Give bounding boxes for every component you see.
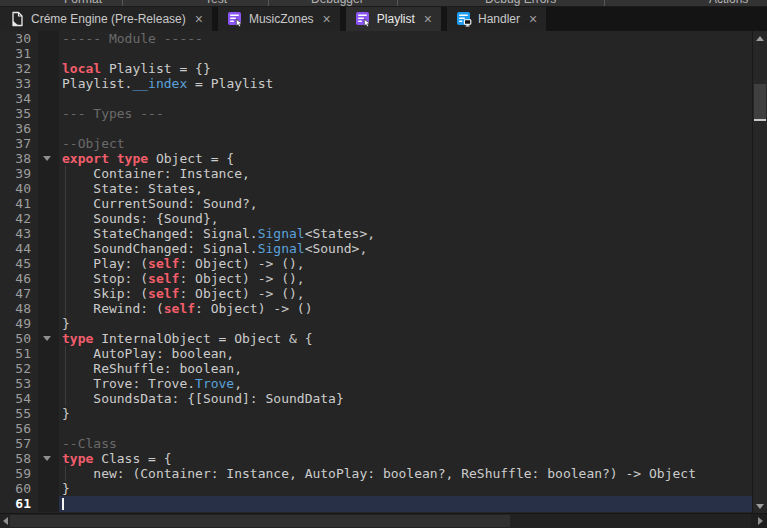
line-number[interactable]: 49 xyxy=(0,316,38,331)
scroll-up-button[interactable] xyxy=(753,31,767,45)
code-line-text[interactable]: type Class = { xyxy=(59,451,752,466)
tab-handler-script[interactable]: Handler × xyxy=(447,7,546,31)
tab-creme-engine-place[interactable]: Créme Engine (Pre-Release) × xyxy=(0,7,212,31)
code-line-text[interactable]: Sounds: {Sound}, xyxy=(59,211,752,226)
line-number[interactable]: 59 xyxy=(0,466,38,481)
line-number[interactable]: 34 xyxy=(0,91,38,106)
line-number[interactable]: 44 xyxy=(0,241,38,256)
tab-musiczones-script[interactable]: MusicZones × xyxy=(218,7,340,31)
line-number[interactable]: 42 xyxy=(0,211,38,226)
code-line-text[interactable]: State: States, xyxy=(59,181,752,196)
line-number[interactable]: 33 xyxy=(0,76,38,91)
vertical-scrollbar[interactable] xyxy=(752,31,767,513)
code-line-text[interactable]: Container: Instance, xyxy=(59,166,752,181)
code-line-text[interactable]: Trove: Trove.Trove, xyxy=(59,376,752,391)
code-line-text[interactable]: new: (Container: Instance, AutoPlay: boo… xyxy=(59,466,752,481)
line-number[interactable]: 45 xyxy=(0,256,38,271)
line-number[interactable]: 35 xyxy=(0,106,38,121)
code-line-text[interactable]: type InternalObject = Object & { xyxy=(59,331,752,346)
line-number[interactable]: 58 xyxy=(0,451,38,466)
fold-margin xyxy=(38,76,59,91)
line-number[interactable]: 39 xyxy=(0,166,38,181)
code-line-text[interactable] xyxy=(59,496,752,511)
code-line-text[interactable]: --Object xyxy=(59,136,752,151)
close-icon[interactable]: × xyxy=(195,13,203,25)
code-line-text[interactable]: SoundsData: {[Sound]: SoundData} xyxy=(59,391,752,406)
code-line-text[interactable]: Stop: (self: Object) -> (), xyxy=(59,271,752,286)
code-line-text[interactable]: } xyxy=(59,406,752,421)
editor-line: 32local Playlist = {} xyxy=(0,61,752,76)
fold-margin xyxy=(38,256,59,271)
code-line-text[interactable]: local Playlist = {} xyxy=(59,61,752,76)
close-icon[interactable]: × xyxy=(323,13,331,25)
ribbon-group-actions[interactable]: Actions xyxy=(709,0,748,7)
ribbon-group-debug-errors[interactable]: Debug Errors xyxy=(485,0,556,7)
code-line-text[interactable]: Playlist.__index = Playlist xyxy=(59,76,752,91)
code-line-text[interactable] xyxy=(59,121,752,136)
code-line-text[interactable]: CurrentSound: Sound?, xyxy=(59,196,752,211)
line-number[interactable]: 52 xyxy=(0,361,38,376)
arrow-down-icon xyxy=(756,504,764,509)
line-number[interactable]: 54 xyxy=(0,391,38,406)
fold-collapse-icon[interactable] xyxy=(43,156,51,161)
line-number[interactable]: 41 xyxy=(0,196,38,211)
line-number[interactable]: 51 xyxy=(0,346,38,361)
code-line-text[interactable] xyxy=(59,46,752,61)
ribbon-group-test[interactable]: Test xyxy=(205,0,227,7)
line-number[interactable]: 48 xyxy=(0,301,38,316)
code-line-text[interactable]: Play: (self: Object) -> (), xyxy=(59,256,752,271)
ribbon-group-debugger[interactable]: Debugger xyxy=(311,0,364,7)
code-line-text[interactable]: ----- Module ----- xyxy=(59,31,752,46)
fold-margin xyxy=(38,271,59,286)
editor-line: 53 Trove: Trove.Trove, xyxy=(0,376,752,391)
code-line-text[interactable]: ReShuffle: boolean, xyxy=(59,361,752,376)
code-line-text[interactable]: --- Types --- xyxy=(59,106,752,121)
fold-collapse-icon[interactable] xyxy=(43,336,51,341)
scroll-right-button[interactable] xyxy=(755,514,765,528)
ribbon-group-format[interactable]: Format xyxy=(64,0,102,7)
code-line-text[interactable]: StateChanged: Signal.Signal<States>, xyxy=(59,226,752,241)
fold-margin xyxy=(38,151,59,166)
line-number[interactable]: 31 xyxy=(0,46,38,61)
code-line-text[interactable]: AutoPlay: boolean, xyxy=(59,346,752,361)
code-line-text[interactable] xyxy=(59,421,752,436)
line-number[interactable]: 38 xyxy=(0,151,38,166)
line-number[interactable]: 46 xyxy=(0,271,38,286)
vertical-scrollbar-thumb[interactable] xyxy=(754,84,766,121)
tab-playlist-script[interactable]: Playlist × xyxy=(346,7,441,31)
horizontal-scrollbar-thumb[interactable] xyxy=(10,515,510,527)
editor-line: 42 Sounds: {Sound}, xyxy=(0,211,752,226)
line-number[interactable]: 60 xyxy=(0,481,38,496)
line-number[interactable]: 56 xyxy=(0,421,38,436)
close-icon[interactable]: × xyxy=(529,13,537,25)
code-line-text[interactable]: export type Object = { xyxy=(59,151,752,166)
code-line-text[interactable]: --Class xyxy=(59,436,752,451)
line-number[interactable]: 30 xyxy=(0,31,38,46)
horizontal-scrollbar[interactable] xyxy=(0,513,767,528)
line-number[interactable]: 55 xyxy=(0,406,38,421)
fold-margin xyxy=(38,241,59,256)
line-number[interactable]: 37 xyxy=(0,136,38,151)
code-line-text[interactable]: } xyxy=(59,316,752,331)
code-line-text[interactable]: Skip: (self: Object) -> (), xyxy=(59,286,752,301)
line-number[interactable]: 40 xyxy=(0,181,38,196)
scroll-down-button[interactable] xyxy=(753,499,767,513)
fold-collapse-icon[interactable] xyxy=(43,456,51,461)
editor-line: 55} xyxy=(0,406,752,421)
code-line-text[interactable]: } xyxy=(59,481,752,496)
line-number[interactable]: 36 xyxy=(0,121,38,136)
line-number[interactable]: 47 xyxy=(0,286,38,301)
fold-margin xyxy=(38,181,59,196)
close-icon[interactable]: × xyxy=(424,13,432,25)
line-number[interactable]: 50 xyxy=(0,331,38,346)
fold-margin xyxy=(38,196,59,211)
code-line-text[interactable]: Rewind: (self: Object) -> () xyxy=(59,301,752,316)
code-line-text[interactable] xyxy=(59,91,752,106)
line-number[interactable]: 61 xyxy=(0,496,38,511)
line-number[interactable]: 57 xyxy=(0,436,38,451)
line-number[interactable]: 53 xyxy=(0,376,38,391)
line-number[interactable]: 32 xyxy=(0,61,38,76)
scroll-left-button[interactable] xyxy=(0,514,10,528)
code-line-text[interactable]: SoundChanged: Signal.Signal<Sound>, xyxy=(59,241,752,256)
line-number[interactable]: 43 xyxy=(0,226,38,241)
